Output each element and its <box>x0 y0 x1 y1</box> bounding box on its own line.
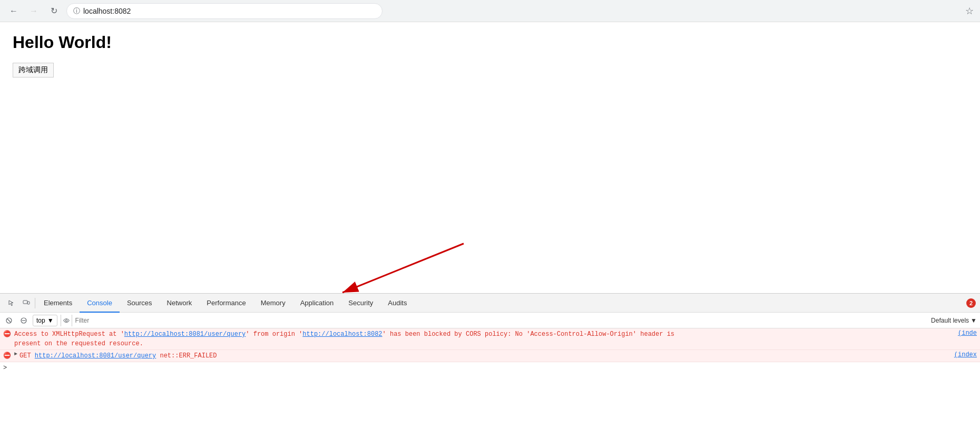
tab-memory[interactable]: Memory <box>253 294 293 313</box>
context-value: top <box>36 317 45 324</box>
prompt-icon: > <box>3 364 7 372</box>
tab-performance[interactable]: Performance <box>199 294 253 313</box>
expand-arrow-icon[interactable]: ► <box>14 351 17 357</box>
svg-line-5 <box>7 319 11 322</box>
svg-rect-3 <box>27 302 30 304</box>
error-source-2[interactable]: (index <box>949 351 977 358</box>
context-selector[interactable]: top ▼ <box>33 315 57 326</box>
svg-rect-2 <box>23 300 27 304</box>
error-link-1[interactable]: http://localhost:8081/user/query <box>124 331 246 338</box>
eye-icon <box>63 318 70 323</box>
tab-sources[interactable]: Sources <box>120 294 160 313</box>
tab-application[interactable]: Application <box>293 294 341 313</box>
svg-point-8 <box>65 319 67 321</box>
error-link-3[interactable]: http://localhost:8081/user/query <box>35 352 156 360</box>
inspect-element-button[interactable] <box>4 296 19 311</box>
url-text: localhost:8082 <box>83 7 131 15</box>
clear-console-button[interactable] <box>3 315 15 326</box>
device-icon <box>23 299 30 307</box>
devtools-tabs-toolbar: Elements Console Sources Network Perform… <box>0 294 980 313</box>
error-link-2[interactable]: http://localhost:8082 <box>302 331 382 338</box>
clear-icon <box>5 317 13 324</box>
device-toolbar-button[interactable] <box>19 296 34 311</box>
filter-input[interactable] <box>75 315 928 326</box>
log-levels-arrow-icon: ▼ <box>971 317 977 324</box>
block-icon <box>20 317 27 324</box>
console-error-text-1: Access to XMLHttpRequest at 'http://loca… <box>14 329 953 348</box>
browser-bar: ← → ↻ ⓘ localhost:8082 ☆ <box>0 0 980 22</box>
reload-button[interactable]: ↻ <box>46 4 61 18</box>
cross-domain-button[interactable]: 跨域调用 <box>13 63 54 77</box>
log-levels-dropdown[interactable]: Default levels ▼ <box>931 317 977 324</box>
console-error-text-2: GET http://localhost:8081/user/query net… <box>19 351 949 361</box>
tab-security[interactable]: Security <box>341 294 380 313</box>
console-error-line-2: ⛔ ► GET http://localhost:8081/user/query… <box>0 350 980 362</box>
error-icon-2: ⛔ <box>3 352 11 360</box>
console-secondary-toolbar: top ▼ Default levels ▼ <box>0 313 980 328</box>
block-icon-button[interactable] <box>18 315 30 326</box>
live-expressions-button[interactable] <box>61 315 72 326</box>
forward-button[interactable]: → <box>26 4 41 18</box>
devtools-panel: Elements Console Sources Network Perform… <box>0 293 980 446</box>
security-icon: ⓘ <box>73 6 80 16</box>
address-bar[interactable]: ⓘ localhost:8082 <box>66 3 383 19</box>
page-content: Hello World! 跨域调用 <box>0 22 980 293</box>
error-count-badge: 2 <box>966 298 976 308</box>
error-badge-circle: 2 <box>966 298 976 308</box>
log-levels-label: Default levels <box>931 317 969 324</box>
tab-network[interactable]: Network <box>160 294 200 313</box>
dropdown-arrow-icon: ▼ <box>47 317 54 324</box>
cursor-icon <box>8 299 15 307</box>
back-button[interactable]: ← <box>6 4 21 18</box>
console-prompt-line: > <box>0 362 980 373</box>
tab-elements[interactable]: Elements <box>36 294 80 313</box>
error-icon-1: ⛔ <box>3 330 11 338</box>
bookmark-button[interactable]: ☆ <box>965 5 974 17</box>
error-source-1[interactable]: (inde <box>953 329 977 337</box>
tab-console[interactable]: Console <box>80 294 120 313</box>
toolbar-separator <box>35 298 35 308</box>
console-error-line-1: ⛔ Access to XMLHttpRequest at 'http://lo… <box>0 328 980 350</box>
page-title: Hello World! <box>13 33 967 52</box>
console-output: ⛔ Access to XMLHttpRequest at 'http://lo… <box>0 328 980 446</box>
tab-audits[interactable]: Audits <box>380 294 414 313</box>
